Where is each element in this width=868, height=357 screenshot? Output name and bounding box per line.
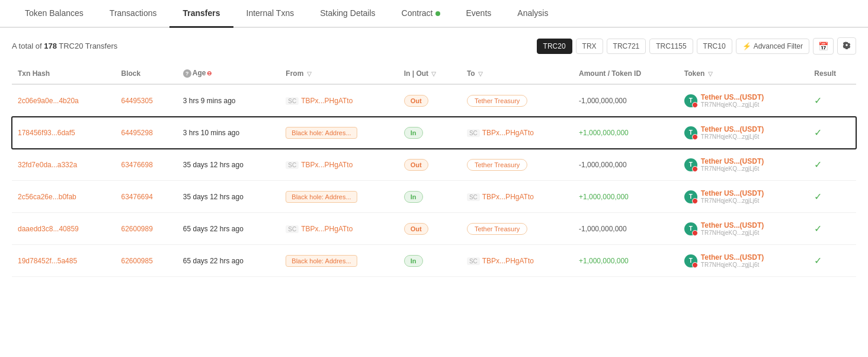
- age: 3 hrs 9 mins ago: [177, 84, 280, 117]
- from-address: Black hole: Addres...: [280, 245, 398, 277]
- from-address: SCTBPx...PHgATto: [280, 149, 398, 181]
- txn-hash-link[interactable]: 19d78452f...5a485: [18, 257, 77, 265]
- token-name-link[interactable]: Tether US...(USDT): [701, 93, 764, 101]
- tab-token-balances[interactable]: Token Balances: [12, 0, 97, 28]
- direction: In: [398, 117, 461, 149]
- token-name-link[interactable]: Tether US...(USDT): [701, 221, 764, 230]
- token-name-link[interactable]: Tether US...(USDT): [701, 189, 764, 197]
- direction-badge: Out: [404, 95, 428, 107]
- direction: Out: [398, 84, 461, 117]
- txn-hash-link[interactable]: 2c06e9a0e...4b20a: [18, 97, 79, 105]
- txn-hash: 178456f93...6daf5: [12, 117, 116, 149]
- result-check: ✓: [814, 192, 822, 202]
- age: 3 hrs 10 mins ago: [177, 117, 280, 149]
- block-number: 62600985: [116, 245, 177, 277]
- sc-tag: SC: [467, 257, 480, 265]
- token-filter-trc1155[interactable]: TRC1155: [649, 39, 693, 54]
- amount-value: +1,000,000,000: [579, 129, 629, 137]
- amount-value: -1,000,000,000: [579, 161, 627, 169]
- result: ✓: [808, 84, 856, 117]
- amount-value: -1,000,000,000: [579, 97, 627, 105]
- block-link[interactable]: 64495305: [121, 97, 153, 105]
- direction-badge: Out: [404, 159, 428, 171]
- from-addr-link[interactable]: TBPx...PHgATto: [301, 225, 353, 233]
- tab-analysis[interactable]: Analysis: [504, 0, 561, 28]
- result: ✓: [808, 181, 856, 213]
- token-info: T Tether US...(USDT) TR7NHqjeKQ...zgjLj6…: [684, 221, 803, 236]
- txn-hash-link[interactable]: daaedd3c8...40859: [18, 225, 79, 233]
- tab-staking-details[interactable]: Staking Details: [307, 0, 388, 28]
- from-address: Black hole: Addres...: [280, 117, 398, 149]
- from-address: SCTBPx...PHgATto: [280, 84, 398, 117]
- token-details: Tether US...(USDT) TR7NHqjeKQ...zgjLj6t: [701, 221, 764, 236]
- token-filter-trx[interactable]: TRX: [576, 39, 603, 54]
- toolbar-right: TRC20TRXTRC721TRC1155TRC10⚡ Advanced Fil…: [537, 37, 856, 55]
- direction: Out: [398, 149, 461, 181]
- txn-hash-link[interactable]: 178456f93...6daf5: [18, 129, 75, 137]
- calendar-button[interactable]: 📅: [813, 38, 834, 55]
- result-check: ✓: [814, 224, 822, 234]
- token-name-link[interactable]: Tether US...(USDT): [701, 253, 764, 262]
- token-filter-trc721[interactable]: TRC721: [607, 39, 646, 54]
- to-addr-link[interactable]: TBPx...PHgATto: [482, 193, 534, 201]
- age: 35 days 12 hrs ago: [177, 181, 280, 213]
- token-address: TR7NHqjeKQ...zgjLj6t: [701, 133, 764, 140]
- tab-transfers[interactable]: Transfers: [169, 0, 233, 28]
- to-filter-icon[interactable]: ▽: [478, 71, 483, 77]
- token-name-link[interactable]: Tether US...(USDT): [701, 157, 764, 165]
- block-number: 64495305: [116, 84, 177, 117]
- direction-badge: Out: [404, 223, 428, 235]
- token-filter-trc10[interactable]: TRC10: [697, 39, 732, 54]
- tab-internal-txns[interactable]: Internal Txns: [233, 0, 308, 28]
- block-link[interactable]: 63476698: [121, 161, 153, 169]
- token: T Tether US...(USDT) TR7NHqjeKQ...zgjLj6…: [678, 245, 809, 277]
- from-addr-link[interactable]: TBPx...PHgATto: [301, 161, 353, 169]
- block-number: 63476698: [116, 149, 177, 181]
- direction-badge: In: [404, 191, 423, 203]
- token-info: T Tether US...(USDT) TR7NHqjeKQ...zgjLj6…: [684, 125, 803, 140]
- in-out-filter-icon[interactable]: ▽: [431, 71, 436, 77]
- to-addr-link[interactable]: TBPx...PHgATto: [482, 129, 534, 137]
- txn-hash: 32fd7e0da...a332a: [12, 149, 116, 181]
- to-label[interactable]: Tether Treasury: [467, 159, 527, 171]
- to-label[interactable]: Tether Treasury: [467, 95, 527, 107]
- txn-hash-link[interactable]: 2c56ca26e...b0fab: [18, 193, 76, 201]
- table-row: 32fd7e0da...a332a6347669835 days 12 hrs …: [12, 149, 856, 181]
- col-to: To ▽: [461, 63, 573, 84]
- advanced-filter-button[interactable]: ⚡ Advanced Filter: [736, 39, 809, 54]
- token-address: TR7NHqjeKQ...zgjLj6t: [701, 230, 764, 236]
- block-link[interactable]: 63476694: [121, 193, 153, 201]
- tab-contract[interactable]: Contract: [389, 0, 453, 28]
- age-sort-icon[interactable]: ⊖: [207, 70, 212, 76]
- block-link[interactable]: 64495298: [121, 129, 153, 137]
- from-label[interactable]: Black hole: Addres...: [286, 255, 357, 267]
- tab-events[interactable]: Events: [453, 0, 505, 28]
- token: T Tether US...(USDT) TR7NHqjeKQ...zgjLj6…: [678, 84, 809, 117]
- token-filter-icon[interactable]: ▽: [708, 71, 713, 77]
- token-address: TR7NHqjeKQ...zgjLj6t: [701, 197, 764, 204]
- direction-badge: In: [404, 255, 423, 267]
- to-addr-link[interactable]: TBPx...PHgATto: [482, 257, 534, 265]
- token: T Tether US...(USDT) TR7NHqjeKQ...zgjLj6…: [678, 181, 809, 213]
- transfers-table: Txn HashBlock?Age⊖From ▽In | Out ▽To ▽Am…: [12, 63, 856, 277]
- txn-hash-link[interactable]: 32fd7e0da...a332a: [18, 161, 77, 169]
- block-link[interactable]: 62600985: [121, 257, 153, 265]
- result: ✓: [808, 117, 856, 149]
- from-label[interactable]: Black hole: Addres...: [286, 127, 357, 139]
- to-address: SCTBPx...PHgATto: [461, 181, 573, 213]
- table-row: 2c56ca26e...b0fab6347669435 days 12 hrs …: [12, 181, 856, 213]
- age-help-icon[interactable]: ?: [183, 69, 191, 78]
- from-filter-icon[interactable]: ▽: [307, 71, 312, 77]
- direction-badge: In: [404, 127, 423, 139]
- txn-hash: 19d78452f...5a485: [12, 245, 116, 277]
- token-name-link[interactable]: Tether US...(USDT): [701, 125, 764, 133]
- settings-button[interactable]: [837, 37, 856, 55]
- to-label[interactable]: Tether Treasury: [467, 223, 527, 235]
- result-check: ✓: [814, 160, 822, 170]
- from-addr-link[interactable]: TBPx...PHgATto: [301, 97, 353, 105]
- tab-transactions[interactable]: Transactions: [97, 0, 170, 28]
- block-link[interactable]: 62600989: [121, 225, 153, 233]
- token-filter-trc20[interactable]: TRC20: [537, 39, 572, 54]
- token-info: T Tether US...(USDT) TR7NHqjeKQ...zgjLj6…: [684, 93, 803, 108]
- from-label[interactable]: Black hole: Addres...: [286, 191, 357, 203]
